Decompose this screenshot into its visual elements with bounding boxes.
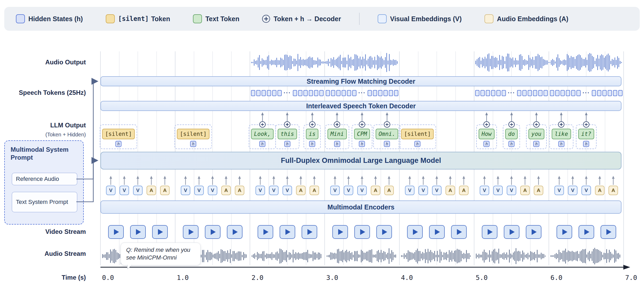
visual-embedding-box: V [283,186,292,195]
embed-to-llm-arrow [435,176,439,185]
embed-to-llm-arrow [611,176,615,185]
embedding-cell: V [357,176,367,195]
speech-tokens-label: Speech Tokens (25Hz) [19,89,86,96]
time-tick: 1.0 [177,274,189,281]
speech-token [378,90,382,96]
video-frame-button [451,225,467,239]
visual-embedding-box: V [568,186,577,195]
embed-to-llm-arrow [510,176,513,185]
hidden-state-chip: h [414,141,421,147]
play-icon [413,229,418,235]
token-to-decoder-arrow [360,112,364,121]
token-hidden-group: [silent]h [100,124,137,149]
video-frame-chunk [325,225,399,239]
speech-token [576,90,581,96]
ellipsis: ··· [358,90,366,96]
hidden-state-chip: h [384,141,390,147]
token-hidden-group: Minih [325,124,349,149]
token-hidden-group: [silent]h [174,124,212,149]
speech-token-group: ··· [550,89,623,97]
speech-token [555,90,559,96]
embed-to-llm-arrow [258,176,262,185]
speech-token [277,90,282,96]
visual-embedding-box: V [507,186,516,195]
visual-embedding-box: V [357,186,367,195]
token-hidden-group: CPMh [352,124,372,149]
streaming-flow-matching-decoder-bar: Streaming Flow Matching Decoder [100,76,621,86]
speech-token [496,90,501,96]
video-frame-button [130,225,146,239]
audio-stream-waveform [0,246,644,266]
embed-to-llm-arrow [408,176,412,185]
speech-token [368,90,372,96]
llm-token-group: youh [526,112,547,149]
embedding-cell: V [507,176,516,195]
speech-token [298,90,302,96]
embed-to-llm-arrow [483,176,486,185]
token-to-decoder-arrow [285,112,289,121]
video-frame-button [280,225,295,239]
token-to-decoder-arrow [260,112,264,121]
play-icon [233,229,238,235]
hidden-state-chip: h [508,141,514,147]
speech-token [347,90,351,96]
embedding-cell: V [194,176,204,195]
play-icon [158,229,163,235]
video-frame-button [183,225,199,239]
audio-output-waveform [0,51,644,74]
audio-embedding-box: A [534,186,543,195]
video-frame-button [354,225,370,239]
token-hidden-group: ish [303,124,321,149]
video-stream-label: Video Stream [45,228,86,235]
multimodal-system-prompt-panel: Multimodal System Prompt Reference Audio… [4,140,84,225]
ellipsis: ··· [583,90,590,96]
play-icon [338,229,343,235]
text-token: How [479,129,495,139]
gridline [623,51,624,265]
embed-to-llm-arrow [285,176,289,185]
token-hidden-group: Look,h [249,124,276,149]
time-tick: 2.0 [252,274,263,281]
video-frame-button [302,225,317,239]
token-to-decoder-arrow [509,112,514,121]
embedding-chunk: VVVAA [549,176,624,195]
speech-token-group: ··· [475,89,548,97]
audio-embedding-box: A [221,186,231,195]
token-hidden-group: [silent]h [399,124,436,149]
llm-output-sublabel: (Token + Hidden) [45,132,86,138]
speech-token [336,90,341,96]
embedding-cell: V [554,176,564,195]
plus-in-circle-icon [334,121,340,128]
plus-in-circle-icon [508,121,515,128]
play-icon [136,229,141,235]
llm-output-label: LLM Output [50,122,86,129]
embedding-cell: V [432,176,442,195]
llm-token-group: [silent]h [100,112,137,149]
embedding-chunk: VVVAA [325,176,399,195]
token-hidden-group: doh [503,124,520,149]
video-frame-button [579,225,594,239]
legend-item: Visual Embeddings (V) [378,14,462,23]
audio-stream-label: Audio Stream [45,250,86,257]
speech-token [608,90,612,96]
speech-token [309,90,313,96]
hidden-state-chip: h [359,141,365,147]
speech-token [538,90,542,96]
token-to-decoder-arrow [385,112,389,121]
speech-token [262,90,266,96]
llm-token-group: ish [303,112,321,149]
legend-item: Token + h → Decoder [262,15,341,23]
speech-token [293,90,297,96]
plus-in-circle-icon [259,121,266,128]
embed-to-llm-arrow [211,176,214,185]
play-icon [488,229,493,235]
play-icon [307,229,312,235]
plus-in-circle-icon [533,121,540,128]
speech-token [303,90,308,96]
video-frame-button [601,225,616,239]
audio-embedding-box: A [235,186,244,195]
speech-token [571,90,575,96]
embed-to-llm-arrow [224,176,228,185]
speech-token [502,90,506,96]
silent-swatch-icon [106,14,115,23]
